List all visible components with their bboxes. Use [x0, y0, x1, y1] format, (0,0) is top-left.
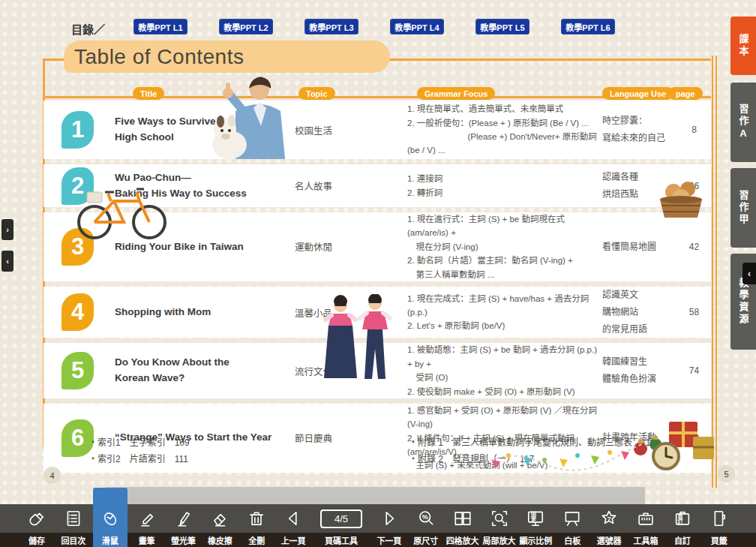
lesson-grammar-focus: 1. 現在進行式：主詞 (S) + be 動詞現在式 (am/are/is) +…: [407, 212, 602, 281]
lesson-page-number: 8: [677, 125, 711, 135]
tool-monitor[interactable]: 固定顯示比例: [518, 504, 553, 547]
lesson-topic: 名人故事: [295, 179, 407, 193]
tool-magnifier-percent[interactable]: %原尺寸: [409, 504, 443, 547]
lesson-topic: 節日慶典: [295, 431, 407, 445]
tool-toolbox-text[interactable]: 自訂自訂: [665, 504, 700, 547]
tool-pencil[interactable]: 畫筆: [130, 504, 164, 547]
tool-star[interactable]: 7選號器: [592, 504, 626, 547]
tool-grid-2x2[interactable]: 四格放大: [446, 504, 480, 547]
eraser-icon: [210, 504, 230, 533]
left-page-number: 4: [44, 467, 61, 484]
tool-notebook[interactable]: 頁籤: [702, 504, 736, 547]
mouse-icon: [100, 504, 120, 533]
magnifier-region-icon: [490, 504, 509, 533]
monitor-icon: 固定: [526, 504, 545, 533]
lesson-grammar-focus: 1. 現在完成式：主詞 (S) + have/has + 過去分詞 (p.p.)…: [407, 292, 602, 333]
lesson-title: Wu Pao-Chun— Baking His Way to Success: [115, 170, 295, 202]
lesson-title: Riding Your Bike in Taiwan: [115, 239, 295, 255]
index-entry: ‧索引2 片語索引 111: [88, 451, 190, 467]
side-tab-3[interactable]: 習作甲: [730, 168, 756, 248]
tool-label: 頁籤: [711, 533, 728, 547]
tool-triangle-right[interactable]: 下一頁: [372, 504, 406, 547]
tool-label: 白板: [564, 533, 580, 547]
lesson-grammar-focus: 1. 被動語態：主詞 (S) + be 動詞 + 過去分詞 (p.p.) + b…: [407, 343, 602, 398]
tool-label: 工具箱: [634, 533, 658, 547]
lesson-number-badge: 2: [62, 167, 94, 205]
left-panel-collapse-button[interactable]: ‹: [2, 251, 14, 272]
tool-pen[interactable]: 螢光筆: [166, 504, 201, 547]
magnifier-percent-icon: %: [416, 504, 436, 533]
tool-list-doc[interactable]: 回目次: [56, 504, 91, 547]
tool-label: 頁碼工具: [325, 533, 358, 547]
lesson-page-number: 92: [677, 433, 711, 443]
tool-page-box[interactable]: 4/5頁碼工具: [313, 504, 370, 547]
tool-triangle-left[interactable]: 上一頁: [276, 504, 310, 547]
ppt-button[interactable]: 教學PPT L3: [304, 19, 358, 35]
lesson-page-number: 74: [677, 365, 711, 376]
lesson-number-badge: 3: [62, 228, 94, 266]
tool-label: 螢光筆: [171, 533, 196, 547]
ppt-button[interactable]: 教學PPT L6: [561, 19, 615, 35]
lesson-number-badge: 1: [62, 111, 94, 149]
usb-drive-icon: [27, 504, 46, 533]
star-icon: 7: [599, 504, 619, 533]
appendix-entry: ‧附錄 1 第三人稱單數動詞字尾變化規則、動詞三態表 112: [409, 434, 656, 451]
side-tab-1[interactable]: 課本: [730, 17, 756, 75]
tool-mouse[interactable]: 滑鼠: [93, 488, 128, 547]
appendix-list: ‧附錄 1 第三人稱單數動詞字尾變化規則、動詞三態表 112‧附錄 2 發音規則…: [409, 434, 656, 467]
toolbox-icon: [636, 504, 656, 533]
book-spine-line: [716, 56, 717, 488]
toc-row: 1 Five Ways to Survive High School 校園生活 …: [44, 101, 711, 159]
triangle-right-icon: [380, 504, 399, 533]
tool-toolbox[interactable]: 工具箱: [628, 504, 663, 547]
star-icon-text: 7: [608, 515, 611, 522]
chevron-left-icon: ‹: [748, 269, 751, 279]
tool-label: 畫筆: [139, 533, 155, 547]
monitor-icon-text: 固定: [531, 512, 541, 522]
tool-magnifier-region[interactable]: 局部放大: [482, 504, 517, 547]
toolbox-text-icon: 自訂: [673, 504, 692, 533]
lesson-language-use: 時空膠囊： 寫給未來的自己: [602, 113, 677, 147]
tool-label: 選號器: [597, 533, 622, 547]
tab-collapse-button[interactable]: ‹: [742, 263, 756, 284]
lesson-language-use: 看懂簡易地圖: [602, 239, 677, 256]
tool-whiteboard[interactable]: 白板: [555, 504, 590, 547]
lesson-title: Five Ways to Survive High School: [115, 114, 295, 146]
right-page-number: 5: [718, 465, 735, 482]
left-panel-expand-button[interactable]: ›: [2, 219, 14, 240]
lesson-number-badge: 5: [62, 352, 94, 389]
index-list: ‧索引1 生字索引 109‧索引2 片語索引 111: [88, 434, 190, 467]
magnifier-percent-icon-text: %: [422, 514, 428, 521]
lesson-page-number: 26: [677, 181, 711, 191]
toc-label: 目錄／: [71, 21, 105, 37]
toolbar: 儲存回目次滑鼠畫筆螢光筆橡皮擦全刪上一頁4/5頁碼工具下一頁%原尺寸四格放大局部…: [0, 488, 756, 547]
ppt-button[interactable]: 教學PPT L4: [390, 19, 444, 35]
tool-label: 全刪: [248, 533, 265, 547]
column-header-language-use: Language Use: [602, 87, 674, 100]
notebook-icon: [710, 504, 729, 533]
toc-row: 5 Do You Know About the Korean Wave? 流行文…: [44, 343, 711, 398]
lesson-topic: 校園生活: [295, 123, 407, 137]
toc-table: 1 Five Ways to Survive High School 校園生活 …: [44, 101, 711, 478]
toc-row: 2 Wu Pao-Chun— Baking His Way to Success…: [44, 164, 711, 207]
index-entry: ‧索引1 生字索引 109: [88, 434, 190, 451]
tool-trash[interactable]: 全刪: [239, 504, 274, 547]
chevron-right-icon: ›: [6, 225, 9, 234]
tool-eraser[interactable]: 橡皮擦: [202, 504, 237, 547]
page-title-banner: Table of Contents: [64, 41, 390, 73]
toc-row: 3 Riding Your Bike in Taiwan 運動休閒 1. 現在進…: [44, 212, 711, 281]
book-spine-line: [712, 56, 713, 488]
tool-label: 上一頁: [281, 533, 306, 547]
pencil-icon: [137, 504, 157, 533]
lesson-title: Do You Know About the Korean Wave?: [115, 355, 295, 386]
column-header-grammar-focus: Grammar Focus: [417, 87, 495, 100]
side-tab-2[interactable]: 習作A: [730, 83, 756, 162]
tool-label: 滑鼠: [102, 533, 118, 547]
ppt-button[interactable]: 教學PPT L2: [219, 19, 273, 35]
tool-usb-drive[interactable]: 儲存: [20, 504, 54, 547]
lesson-grammar-focus: 1. 現在簡單式、過去簡單式、未來簡單式 2. 一般祈使句：(Please + …: [407, 102, 602, 158]
toc-row: 4 Shopping with Mom 溫馨小品 1. 現在完成式：主詞 (S)…: [44, 287, 711, 338]
list-doc-icon: [64, 504, 83, 533]
ppt-button[interactable]: 教學PPT L5: [476, 19, 530, 35]
ppt-button[interactable]: 教學PPT L1: [134, 19, 188, 35]
